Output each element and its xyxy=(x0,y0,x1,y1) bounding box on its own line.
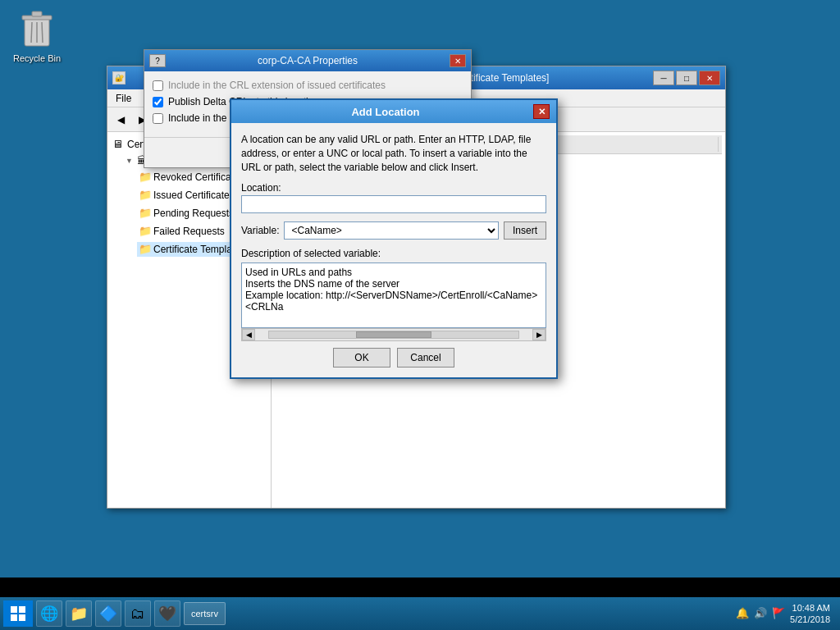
app-close-button[interactable]: ✕ xyxy=(699,71,720,85)
description-box: Used in URLs and paths Inserts the DNS n… xyxy=(241,262,546,328)
recycle-bin-icon[interactable]: Recycle Bin xyxy=(8,8,66,63)
add-location-title: Add Location xyxy=(238,106,533,118)
taskbar-active-app[interactable]: certsrv xyxy=(184,602,226,625)
tray-flag-icon[interactable]: 🚩 xyxy=(772,607,785,620)
taskbar-cmd-icon[interactable]: 🖤 xyxy=(154,600,180,627)
properties-title-left-btns: ? xyxy=(149,54,166,67)
properties-title-text: corp-CA-CA Properties xyxy=(166,55,450,66)
desc-line-1: Used in URLs and paths xyxy=(245,267,542,278)
windows-logo xyxy=(11,606,25,621)
taskbar-powershell-icon[interactable]: 🔷 xyxy=(95,600,121,627)
location-form-group: Location: xyxy=(241,182,546,213)
scrollbar-thumb[interactable] xyxy=(356,331,431,338)
desc-selected-label: Description of selected variable: xyxy=(241,248,546,259)
start-button[interactable] xyxy=(3,600,33,627)
tray-volume-icon[interactable]: 🔊 xyxy=(754,607,767,620)
checkbox-publish-delta[interactable] xyxy=(153,97,163,107)
add-location-description: A location can be any valid URL or path.… xyxy=(241,133,546,174)
properties-titlebar: ? corp-CA-CA Properties ✕ xyxy=(144,50,471,71)
taskbar: 🌐 📁 🔷 🗂 🖤 certsrv 🔔 🔊 🚩 10:48 AM 5/21/20… xyxy=(0,597,840,630)
taskbar-explorer-icon[interactable]: 📁 xyxy=(66,600,92,627)
back-button[interactable]: ◀ xyxy=(111,110,130,130)
scroll-right-arrow[interactable]: ▶ xyxy=(532,329,546,340)
add-location-titlebar: Add Location ✕ xyxy=(231,100,556,123)
svg-line-3 xyxy=(31,22,32,43)
titlebar-buttons: ─ □ ✕ xyxy=(653,71,720,85)
svg-rect-2 xyxy=(32,11,42,16)
taskbar-folder2-icon[interactable]: 🗂 xyxy=(125,600,151,627)
checkbox-include-crl-label: Include in the CRL extension of issued c… xyxy=(168,80,386,91)
taskbar-ie-icon[interactable]: 🌐 xyxy=(36,600,62,627)
add-location-cancel-button[interactable]: Cancel xyxy=(397,348,454,368)
variable-label: Variable: xyxy=(241,225,279,236)
add-location-close-button[interactable]: ✕ xyxy=(533,104,550,119)
tray-network-icon[interactable]: 🔔 xyxy=(736,607,749,620)
insert-button[interactable]: Insert xyxy=(504,221,546,240)
add-location-body: A location can be any valid URL or path.… xyxy=(231,123,556,377)
checkbox-include-idp[interactable] xyxy=(153,113,163,124)
add-location-dialog: Add Location ✕ A location can be any val… xyxy=(230,98,558,379)
properties-help-btn[interactable]: ? xyxy=(149,54,166,67)
properties-close-button[interactable]: ✕ xyxy=(450,54,466,67)
add-location-buttons: OK Cancel xyxy=(241,348,546,368)
desc-line-2: Inserts the DNS name of the server xyxy=(245,278,542,290)
desktop: Recycle Bin 🔐 certsrv - [Certification A… xyxy=(0,0,840,578)
maximize-button[interactable]: □ xyxy=(676,71,697,85)
app-icon: 🔐 xyxy=(112,71,126,84)
scroll-left-arrow[interactable]: ◀ xyxy=(242,329,255,340)
checkbox-row-1: Include in the CRL extension of issued c… xyxy=(153,80,463,91)
clock-time: 10:48 AM xyxy=(790,602,830,614)
checkbox-include-crl[interactable] xyxy=(153,80,163,91)
clock-date: 5/21/2018 xyxy=(790,614,830,625)
desc-line-3: Example location: http://<ServerDNSName>… xyxy=(245,290,542,313)
taskbar-tray: 🔔 🔊 🚩 10:48 AM 5/21/2018 xyxy=(729,602,837,626)
add-location-ok-button[interactable]: OK xyxy=(333,348,390,368)
minimize-button[interactable]: ─ xyxy=(653,71,674,85)
recycle-bin-label: Recycle Bin xyxy=(8,53,66,63)
system-clock[interactable]: 10:48 AM 5/21/2018 xyxy=(790,602,830,626)
variable-row: Variable: <CaName> <ServerDNSName> <CRLN… xyxy=(241,221,546,240)
svg-line-5 xyxy=(42,22,43,43)
scrollbar-track xyxy=(268,331,519,339)
location-label: Location: xyxy=(241,182,546,194)
menu-file[interactable]: File xyxy=(109,89,138,107)
location-input[interactable] xyxy=(241,195,546,213)
variable-select[interactable]: <CaName> <ServerDNSName> <CRLNameSuffix> xyxy=(284,221,499,240)
scrollbar[interactable]: ◀ ▶ xyxy=(241,328,546,341)
